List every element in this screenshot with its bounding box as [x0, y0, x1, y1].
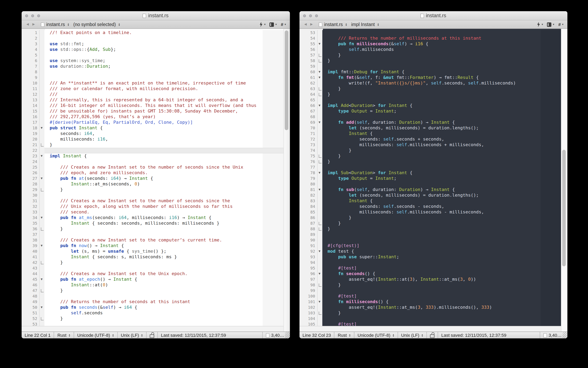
line-number[interactable]: 87 [299, 221, 318, 226]
code-line[interactable]: 79 type Output = Instant; [299, 176, 561, 181]
code-text[interactable]: /// epoch, and zero milliseconds. [45, 170, 283, 176]
code-text[interactable] [45, 159, 283, 165]
fold-column[interactable] [318, 153, 322, 159]
code-text[interactable]: seconds: self.seconds + seconds, [322, 137, 561, 142]
code-text[interactable]: seconds: self.seconds - seconds, [322, 204, 561, 209]
code-lines[interactable]: 5354 /// Returns the number of milliseco… [299, 29, 561, 326]
code-text[interactable] [45, 36, 283, 41]
code-line[interactable]: 1//! Exact points on a timeline. [21, 30, 283, 36]
code-line[interactable]: 97 assert_eq!(Instant::at(3), Instant::a… [299, 277, 561, 282]
fold-open-icon[interactable]: ▼ [40, 125, 43, 131]
line-number[interactable]: 71 [299, 131, 318, 137]
fold-column[interactable] [318, 86, 322, 92]
code-line[interactable]: 8 [21, 69, 283, 75]
code-line[interactable]: 27▼ pub fn at(seconds: i64) → Instant { [21, 176, 283, 181]
code-text[interactable]: use std::ops::{Add, Sub}; [45, 47, 283, 53]
code-text[interactable]: Instant { seconds: s, milliseconds: ms } [45, 254, 283, 260]
line-number[interactable]: 16 [21, 114, 40, 120]
fold-column[interactable] [40, 316, 45, 322]
code-line[interactable]: 20 milliseconds: i16, [21, 137, 283, 142]
back-button[interactable]: ◀ [25, 20, 31, 28]
line-number[interactable]: 99 [299, 288, 318, 294]
code-text[interactable]: self.seconds [45, 310, 283, 316]
fold-column[interactable] [40, 81, 45, 86]
code-text[interactable] [45, 193, 283, 198]
code-line[interactable]: 4use std::ops::{Add, Sub}; [21, 47, 283, 53]
code-text[interactable]: /// Returns the number of seconds at thi… [45, 299, 283, 305]
forward-button[interactable]: ▶ [309, 20, 314, 28]
line-number[interactable]: 67 [299, 109, 318, 114]
code-text[interactable]: /// Internally, this is represented by a… [45, 97, 283, 103]
fold-end-icon[interactable] [41, 289, 44, 292]
fold-column[interactable] [318, 277, 322, 282]
fold-column[interactable] [40, 226, 45, 232]
line-number[interactable]: 57 [299, 53, 318, 58]
code-line[interactable]: 49 /// Returns the number of seconds at … [21, 299, 283, 305]
code-line[interactable]: 53 [21, 322, 283, 326]
fold-column[interactable] [40, 238, 45, 243]
code-line[interactable]: 80 [299, 181, 561, 187]
code-text[interactable]: } [322, 53, 561, 58]
code-line[interactable]: 56 self.milliseconds [299, 47, 561, 53]
line-number[interactable]: 28 [21, 181, 40, 187]
code-line[interactable]: 74 } [299, 148, 561, 153]
code-text[interactable]: fn sub(self, duration: Duration) → Insta… [322, 187, 561, 193]
fold-open-icon[interactable]: ▼ [318, 187, 321, 193]
code-text[interactable]: } [322, 148, 561, 153]
line-number[interactable]: 10 [21, 81, 40, 86]
code-line[interactable]: 32 /// Unix epoch, along with the number… [21, 204, 283, 209]
code-text[interactable]: } [322, 215, 561, 221]
code-line[interactable]: 39▼ pub fn now() → Instant { [21, 243, 283, 249]
fold-column[interactable] [318, 221, 322, 226]
fold-column[interactable] [318, 64, 322, 69]
fold-end-icon[interactable] [319, 87, 322, 91]
code-line[interactable]: 38 /// Creates a new Instant set to the … [21, 238, 283, 243]
fold-column[interactable] [40, 137, 45, 142]
line-number[interactable]: 74 [299, 148, 318, 153]
line-number[interactable]: 98 [299, 282, 318, 288]
fold-column[interactable] [318, 198, 322, 204]
code-line[interactable]: 55▼ pub fn milliseconds(&self) → i16 { [299, 41, 561, 47]
fold-column[interactable] [318, 125, 322, 131]
code-text[interactable]: use std::fmt; [45, 41, 283, 47]
code-text[interactable]: fn add(self, duration: Duration) → Insta… [322, 120, 561, 125]
line-number[interactable]: 97 [299, 277, 318, 282]
symbol-popup[interactable]: (no symbol selected) ▲▼ [73, 22, 120, 27]
fold-column[interactable] [40, 120, 45, 125]
line-settings-button[interactable]: # ▼ [558, 22, 564, 27]
file-popup[interactable]: instant.rs ▲▼ [319, 22, 347, 27]
line-number[interactable]: 48 [21, 294, 40, 299]
code-text[interactable]: Instant::at_ms(seconds, 0) [45, 181, 283, 187]
horizontal-scrollbar-track[interactable] [299, 326, 561, 331]
code-line[interactable]: 58} [299, 58, 561, 64]
fold-column[interactable] [40, 148, 45, 153]
code-text[interactable] [45, 69, 283, 75]
code-text[interactable]: use system::sys_time; [45, 58, 283, 64]
code-text[interactable]: mod test { [322, 249, 561, 254]
fold-column[interactable] [40, 97, 45, 103]
code-line[interactable]: 100 #[test] [299, 294, 561, 299]
code-line[interactable]: 93 pub use super::Instant; [299, 254, 561, 260]
fold-column[interactable] [318, 159, 322, 165]
line-number[interactable]: 17 [21, 120, 40, 125]
code-text[interactable]: Instant::at(0) [45, 282, 283, 288]
code-line[interactable]: 18▼pub struct Instant { [21, 125, 283, 131]
fold-open-icon[interactable]: ▼ [318, 299, 321, 305]
symbol-popup[interactable]: impl Instant ▲▼ [351, 22, 379, 27]
code-line[interactable]: 89 [299, 232, 561, 238]
line-number[interactable]: 65 [299, 97, 318, 103]
line-number[interactable]: 11 [21, 86, 40, 92]
fold-open-icon[interactable]: ▼ [318, 271, 321, 277]
code-line[interactable]: 43 [21, 266, 283, 271]
vertical-scrollbar-thumb[interactable] [285, 30, 288, 130]
line-number[interactable]: 96 [299, 271, 318, 277]
fold-column[interactable]: ▼ [318, 299, 322, 305]
code-line[interactable]: 47 } [21, 288, 283, 294]
fold-column[interactable] [40, 103, 45, 109]
code-text[interactable]: /// An **instant** is an exact point on … [45, 81, 283, 86]
code-text[interactable]: /// Creates a new Instant set to the Uni… [45, 271, 283, 277]
line-number[interactable]: 3 [21, 41, 40, 47]
fold-column[interactable] [40, 187, 45, 193]
fold-end-icon[interactable] [319, 284, 322, 287]
code-line[interactable]: 16/// 292,277,026,596 (yes, that’s a yea… [21, 114, 283, 120]
